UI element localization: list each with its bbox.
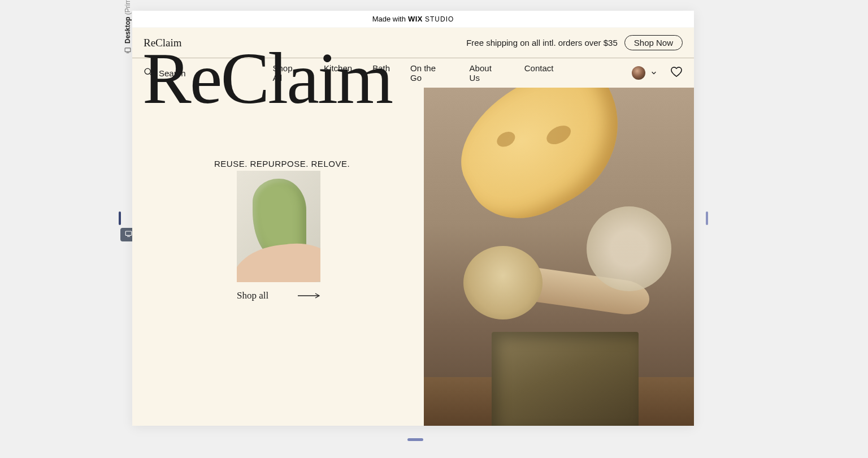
arrow-right-icon (298, 291, 320, 301)
svg-rect-1 (125, 231, 132, 235)
resize-handle-right[interactable] (706, 211, 708, 225)
site-canvas: Made with WIX STUDIO ReClaim Free shippi… (132, 11, 694, 426)
shipping-message: Free shipping on all intl. orders over $… (466, 38, 618, 47)
wishlist-heart-icon[interactable] (670, 66, 683, 80)
hero-image (424, 88, 694, 426)
made-with-banner[interactable]: Made with WIX STUDIO (132, 11, 694, 28)
hero-section: REUSE. REPURPOSE. RELOVE. Shop all ReCla… (132, 88, 694, 426)
hero-tagline: REUSE. REPURPOSE. RELOVE. (214, 159, 350, 168)
desktop-icon (125, 230, 132, 239)
resize-handle-left[interactable] (119, 211, 121, 225)
wix-logo: WIX (408, 15, 423, 23)
product-thumbnail[interactable] (237, 171, 320, 282)
hero-title: ReClaim (142, 41, 392, 115)
resize-handle-bottom[interactable] (407, 438, 423, 441)
nav-link-on-the-go[interactable]: On the Go (410, 63, 449, 83)
svg-rect-0 (125, 48, 131, 52)
chevron-down-icon[interactable] (651, 68, 657, 78)
shop-now-button[interactable]: Shop Now (624, 35, 683, 50)
device-breakpoint-label: Desktop (Primary) (124, 0, 132, 54)
user-avatar[interactable] (632, 66, 645, 80)
desktop-icon (124, 47, 131, 54)
shop-all-link[interactable]: Shop all (237, 290, 320, 301)
nav-link-contact[interactable]: Contact (524, 63, 554, 83)
nav-link-about-us[interactable]: About Us (470, 63, 504, 83)
